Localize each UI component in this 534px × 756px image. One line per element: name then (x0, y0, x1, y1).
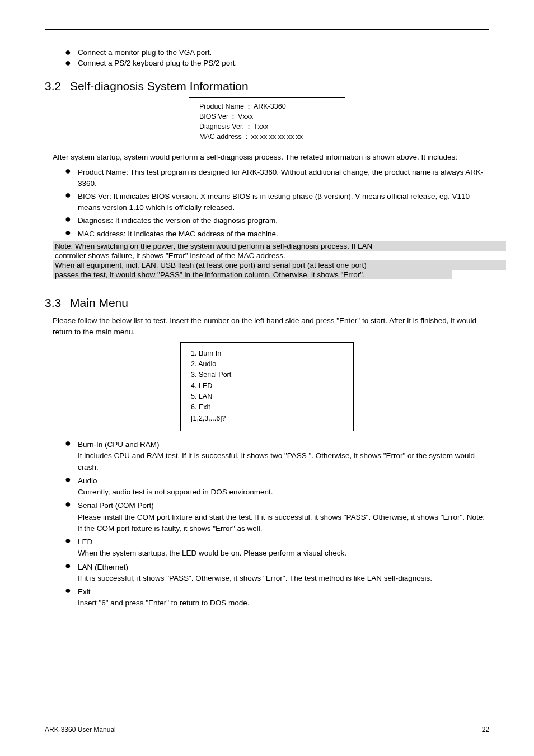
bullet-text: Exit Insert "6" and press "Enter" to ret… (78, 586, 489, 609)
bullet-text: Connect a monitor plug to the VGA port. (78, 48, 212, 57)
list-item: ● Connect a monitor plug to the VGA port… (65, 48, 489, 57)
section-heading-3-2: 3.2 Self-diagnosis System Information (45, 80, 489, 93)
item-label: LED (78, 538, 92, 546)
bullet-text: MAC address: It indicates the MAC addres… (78, 228, 489, 240)
bullet-icon: ● (65, 215, 71, 223)
heading-title: Main Menu (70, 296, 128, 309)
bullet-icon: ● (65, 586, 71, 594)
menu-line: 4. LED (191, 381, 343, 391)
bullet-text: LED When the system startups, the LED wo… (78, 536, 489, 559)
menu-line: 3. Serial Port (191, 370, 343, 380)
bullet-text: Burn-In (CPU and RAM) It includes CPU an… (78, 439, 489, 473)
item-label: LAN (Ethernet) (78, 563, 128, 571)
note-line: Note: When switching on the power, the s… (53, 241, 506, 251)
info-label: Diagnosis Ver. (199, 122, 244, 132)
colon: ： (245, 122, 252, 132)
item-label: Audio (78, 477, 97, 485)
footer-right: 22 (482, 726, 489, 734)
bullet-icon: ● (65, 562, 71, 570)
item-label: Serial Port (COM Port) (78, 501, 154, 510)
bullet-text: BIOS Ver: It indicates BIOS version. X m… (78, 191, 489, 213)
bullet-text: LAN (Ethernet) If it is successful, it s… (78, 562, 489, 585)
info-value: Txxx (254, 122, 268, 132)
info-label: Product Name (199, 101, 244, 111)
bullet-icon: ● (65, 439, 71, 447)
note-line: controller shows failure, it shows "Erro… (53, 251, 506, 260)
info-row: BIOS Ver ： Vxxx (199, 111, 335, 122)
info-row: Product Name ： ARK-3360 (199, 101, 335, 111)
colon: ： (229, 111, 237, 122)
list-item: ● LAN (Ethernet) If it is successful, it… (65, 562, 489, 585)
list-item: ● Serial Port (COM Port) Please install … (65, 500, 489, 534)
item-label: Exit (78, 587, 91, 596)
section-heading-3-3: 3.3 Main Menu (45, 296, 489, 310)
sys-bullet-list: ● Product Name: This test program is des… (65, 167, 489, 239)
header-rule (45, 29, 489, 30)
info-value: Vxxx (238, 111, 253, 122)
item-desc: Currently, audio test is not supported i… (78, 488, 273, 496)
bullet-text: Diagnosis: It indicates the version of t… (78, 215, 489, 226)
list-item: ● Exit Insert "6" and press "Enter" to r… (65, 586, 489, 609)
menu-line: 5. LAN (191, 391, 343, 402)
menu-bullet-list: ● Burn-In (CPU and RAM) It includes CPU … (65, 439, 489, 609)
list-item: ● Diagnosis: It indicates the version of… (65, 215, 489, 226)
bullet-icon: ● (65, 59, 71, 67)
main-menu-box: 1. Burn In 2. Audio 3. Serial Port 4. LE… (180, 342, 354, 432)
paragraph: After system startup, system would perfo… (53, 152, 489, 163)
page-footer: ARK-3360 User Manual 22 (45, 726, 489, 734)
list-item: ● Connect a PS/2 keyboard plug to the PS… (65, 59, 489, 67)
info-value: ARK-3360 (254, 101, 286, 111)
menu-line: 1. Burn In (191, 348, 343, 359)
menu-line: [1,2,3,...6]? (191, 413, 343, 424)
list-item: ● LED When the system startups, the LED … (65, 536, 489, 559)
bullet-icon: ● (65, 536, 71, 544)
bullet-text: Audio Currently, audio test is not suppo… (78, 475, 489, 498)
bullet-text: Product Name: This test program is desig… (78, 167, 489, 189)
bullet-icon: ● (65, 167, 71, 175)
note-block: Note: When switching on the power, the s… (53, 241, 506, 279)
item-label: Burn-In (CPU and RAM) (78, 440, 160, 449)
item-desc: Insert "6" and press "Enter" to return t… (78, 599, 250, 607)
note-line: passes the test, it would show "PASS" in… (53, 270, 452, 279)
bullet-text: Serial Port (COM Port) Please install th… (78, 500, 489, 534)
footer-left: ARK-3360 User Manual (45, 726, 116, 734)
menu-line: 2. Audio (191, 359, 343, 370)
list-item: ● Burn-In (CPU and RAM) It includes CPU … (65, 439, 489, 473)
bullet-icon: ● (65, 475, 71, 483)
bullet-text: Connect a PS/2 keyboard plug to the PS/2… (78, 59, 237, 67)
info-row: Diagnosis Ver. ： Txxx (199, 122, 335, 132)
bullet-icon: ● (65, 500, 71, 508)
top-bullet-list: ● Connect a monitor plug to the VGA port… (65, 48, 489, 67)
bullet-icon: ● (65, 228, 71, 236)
note-line: When all equipment, incl. LAN, USB flash… (53, 260, 506, 270)
list-item: ● Product Name: This test program is des… (65, 167, 489, 189)
paragraph: Please follow the below list to test. In… (53, 315, 489, 337)
list-item: ● Audio Currently, audio test is not sup… (65, 475, 489, 498)
colon: ： (243, 132, 250, 142)
bullet-icon: ● (65, 48, 71, 56)
info-label: BIOS Ver (199, 111, 228, 122)
list-item: ● BIOS Ver: It indicates BIOS version. X… (65, 191, 489, 213)
item-desc: It includes CPU and RAM test. If it is s… (78, 451, 475, 471)
heading-title: Self-diagnosis System Information (70, 80, 249, 92)
system-info-box: Product Name ： ARK-3360 BIOS Ver ： Vxxx … (189, 97, 345, 146)
info-value: xx xx xx xx xx xx (251, 132, 303, 142)
heading-number: 3.2 (45, 80, 61, 92)
info-label: MAC address (199, 132, 242, 142)
item-desc: When the system startups, the LED would … (78, 549, 346, 557)
heading-number: 3.3 (45, 296, 61, 309)
info-row: MAC address ： xx xx xx xx xx xx (199, 132, 335, 142)
menu-line: 6. Exit (191, 402, 343, 413)
bullet-icon: ● (65, 191, 71, 199)
colon: ： (245, 101, 252, 111)
list-item: ● MAC address: It indicates the MAC addr… (65, 228, 489, 240)
item-desc: If it is successful, it shows "PASS". Ot… (78, 574, 432, 582)
item-desc: Please install the COM port fixture and … (78, 513, 485, 533)
